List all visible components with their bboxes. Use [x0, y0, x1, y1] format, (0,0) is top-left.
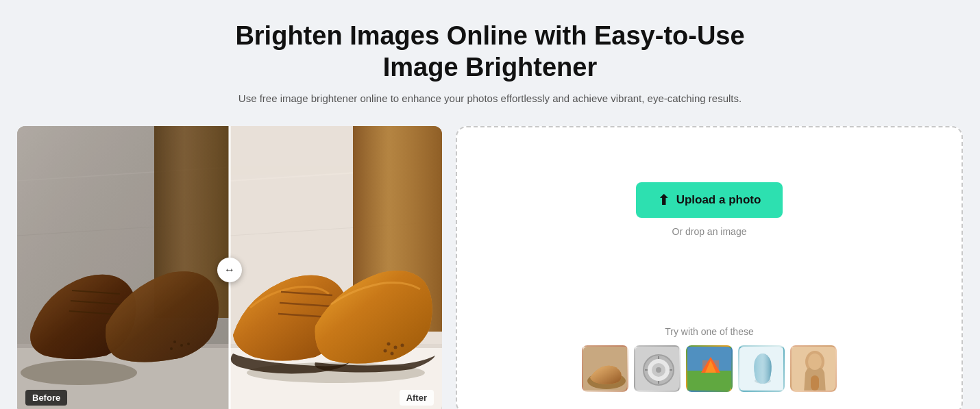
page-title: Brighten Images Online with Easy-to-Use … — [216, 21, 764, 83]
page-header: Brighten Images Online with Easy-to-Use … — [216, 21, 764, 107]
main-content: ↔ Before After ⬆ Upload a photo Or drop … — [17, 126, 963, 409]
upload-icon: ⬆ — [658, 192, 670, 208]
upload-panel: ⬆ Upload a photo Or drop an image Try wi… — [456, 126, 963, 409]
sample-label: Try with one of these — [478, 326, 941, 337]
sample-thumbnail-2[interactable] — [634, 345, 681, 392]
upload-button-label: Upload a photo — [676, 193, 761, 207]
svg-rect-47 — [702, 360, 719, 373]
after-image — [230, 126, 442, 409]
before-label: Before — [25, 390, 67, 406]
comparison-container: ↔ Before After — [17, 126, 442, 409]
sample-thumbnail-4[interactable] — [738, 345, 785, 392]
sample-thumbnail-3[interactable] — [686, 345, 733, 392]
svg-point-31 — [391, 351, 394, 355]
svg-point-38 — [656, 367, 661, 373]
page-subtitle: Use free image brightener online to enha… — [216, 91, 764, 107]
drag-arrows-icon: ↔ — [224, 264, 235, 276]
svg-point-30 — [384, 349, 387, 352]
svg-rect-44 — [687, 371, 733, 392]
thumbnail-list — [478, 345, 941, 392]
upload-button[interactable]: ⬆ Upload a photo — [636, 182, 783, 218]
svg-point-52 — [808, 354, 822, 370]
svg-point-27 — [387, 342, 391, 345]
upload-center: ⬆ Upload a photo Or drop an image — [636, 182, 783, 237]
svg-rect-53 — [811, 375, 819, 391]
svg-point-28 — [394, 345, 397, 349]
drop-text: Or drop an image — [672, 226, 747, 237]
sample-section: Try with one of these — [478, 326, 941, 392]
sample-thumbnail-5[interactable] — [790, 345, 837, 392]
comparison-handle[interactable]: ↔ — [217, 258, 242, 282]
before-image — [17, 126, 230, 409]
after-label: After — [400, 390, 434, 406]
sample-thumbnail-1[interactable] — [582, 345, 628, 392]
svg-point-29 — [401, 343, 404, 347]
